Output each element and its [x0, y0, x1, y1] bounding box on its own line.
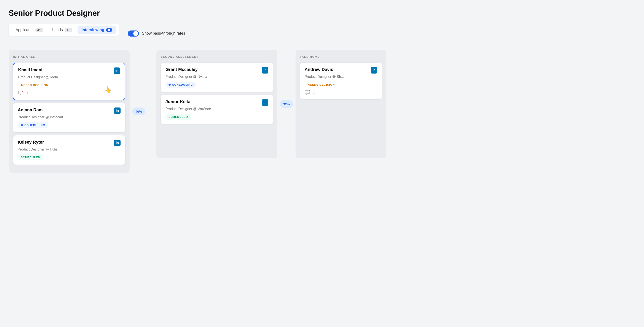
tabs-bar: Applicants41Leads15Interviewing8 — [9, 24, 119, 36]
candidate-card[interactable]: Kelsey Ryter in Product Designer @ Hulu … — [13, 135, 125, 165]
tab-applicants[interactable]: Applicants41 — [12, 26, 47, 34]
candidate-name: Andrew Davis — [304, 67, 333, 72]
pass-through-toggle[interactable] — [128, 31, 139, 37]
column-initial-call: INITIAL CALL Khalil Imani in Product Des… — [9, 50, 130, 173]
pass-rate-initial-call: 40% — [132, 108, 145, 115]
candidate-card[interactable]: Anjana Ram in Product Designer @ Instaca… — [13, 103, 125, 132]
status-badge: SCHEDULING — [166, 82, 196, 88]
status-badge: NEEDS DECISION — [18, 82, 52, 88]
linkedin-icon[interactable]: in — [262, 67, 268, 74]
tab-badge: 41 — [35, 28, 43, 32]
card-footer: 1 — [18, 91, 120, 95]
toggle-row: Show pass-through rates — [128, 31, 185, 37]
kanban-board: INITIAL CALL Khalil Imani in Product Des… — [9, 50, 635, 173]
candidate-role: Product Designer @ Meta — [18, 75, 120, 79]
candidate-card[interactable]: Junior Keita in Product Designer @ VmWar… — [161, 95, 273, 124]
column-second-assessment: SECOND ASSESSMENT Grant Mccauley in Prod… — [156, 50, 278, 158]
candidate-role: Product Designer @ Sh... — [304, 75, 377, 79]
column-title: INITIAL CALL — [13, 55, 125, 58]
page-title: Senior Product Designer — [9, 9, 635, 18]
candidate-card[interactable]: Khalil Imani in Product Designer @ Meta … — [13, 63, 125, 100]
candidate-name: Khalil Imani — [18, 68, 42, 73]
card-footer: 2 — [304, 90, 377, 95]
comment-icon — [18, 91, 23, 95]
linkedin-icon[interactable]: in — [114, 140, 120, 146]
candidate-role: Product Designer @ Hulu — [18, 148, 120, 151]
candidate-card[interactable]: Grant Mccauley in Product Designer @ Nvi… — [161, 63, 273, 92]
candidate-card[interactable]: Andrew Davis in Product Designer @ Sh...… — [300, 63, 382, 99]
comment-alert-dot — [308, 90, 310, 92]
candidate-name: Kelsey Ryter — [18, 140, 44, 145]
column-take-home: TAKE-HOME Andrew Davis in Product Design… — [296, 50, 386, 158]
linkedin-icon[interactable]: in — [371, 67, 377, 74]
candidate-name: Junior Keita — [166, 99, 190, 104]
comment-count: 2 — [313, 91, 314, 95]
comment-count: 1 — [26, 91, 28, 95]
tab-leads[interactable]: Leads15 — [48, 26, 76, 34]
tab-badge: 15 — [64, 28, 72, 32]
column-title: TAKE-HOME — [300, 55, 382, 58]
tab-label: Applicants — [16, 28, 34, 32]
candidate-role: Product Designer @ VmWare — [166, 107, 268, 111]
status-badge: SCHEDULING — [18, 122, 48, 128]
linkedin-icon[interactable]: in — [262, 99, 268, 106]
candidate-role: Product Designer @ Nvidia — [166, 75, 268, 79]
tab-label: Leads — [52, 28, 63, 32]
pass-rate-second-assessment: 32% — [280, 100, 293, 108]
comment-alert-dot — [22, 90, 24, 92]
tab-label: Interviewing — [82, 28, 104, 32]
column-title: SECOND ASSESSMENT — [161, 55, 273, 58]
linkedin-icon[interactable]: in — [114, 108, 120, 114]
toggle-label: Show pass-through rates — [142, 31, 185, 36]
status-badge: NEEDS DECISION — [304, 82, 338, 88]
candidate-name: Grant Mccauley — [166, 67, 198, 72]
candidate-name: Anjana Ram — [18, 108, 43, 112]
status-badge: SCHEDULED — [166, 114, 191, 120]
comment-icon — [304, 90, 310, 95]
status-badge: SCHEDULED — [18, 154, 43, 160]
candidate-role: Product Designer @ Instacart — [18, 115, 120, 119]
linkedin-icon[interactable]: in — [114, 68, 120, 74]
tab-interviewing[interactable]: Interviewing8 — [78, 26, 116, 34]
tab-badge: 8 — [106, 28, 112, 32]
